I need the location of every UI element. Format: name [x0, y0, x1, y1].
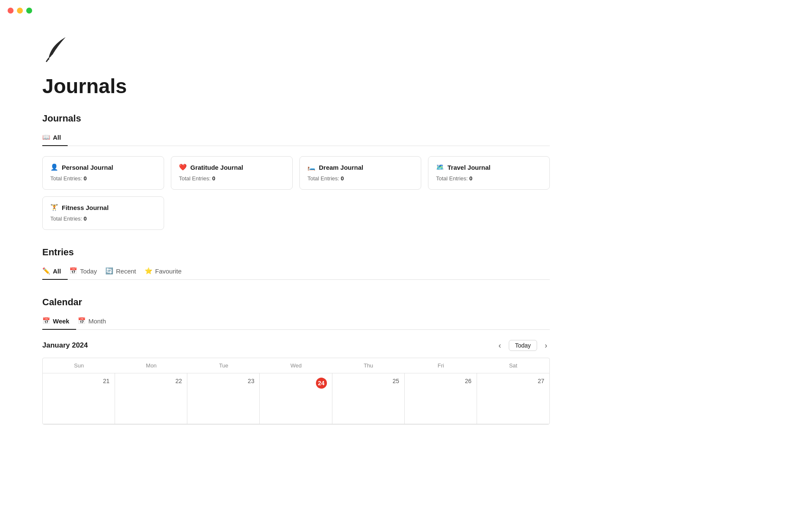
- main-content: Journals Journals 📖 All 👤 Personal Journ…: [0, 0, 592, 450]
- journal-card-dream-meta: Total Entries: 0: [307, 175, 413, 182]
- day-header-mon: Mon: [115, 358, 187, 373]
- fitness-icon: 🏋️: [50, 204, 58, 211]
- journal-card-personal-title: 👤 Personal Journal: [50, 163, 156, 171]
- journals-grid-row2: 🏋️ Fitness Journal Total Entries: 0: [42, 196, 550, 230]
- calendar-month-label: January 2024: [42, 341, 88, 350]
- journal-card-gratitude-meta: Total Entries: 0: [179, 175, 285, 182]
- maximize-button[interactable]: [26, 8, 32, 14]
- entries-tab-today-label: Today: [80, 268, 97, 275]
- journal-card-fitness-meta: Total Entries: 0: [50, 215, 156, 222]
- calendar-cell-26[interactable]: 26: [405, 373, 477, 424]
- journals-tab-all[interactable]: 📖 All: [42, 130, 68, 146]
- calendar-cells: 21 22 23 24 25 26 27: [43, 373, 549, 424]
- calendar-month-icon: 📅: [78, 317, 86, 325]
- journals-tabs: 📖 All: [42, 130, 550, 146]
- journals-heading: Journals: [42, 113, 550, 124]
- close-button[interactable]: [8, 8, 14, 14]
- journal-card-fitness-title: 🏋️ Fitness Journal: [50, 204, 156, 211]
- calendar-cell-22[interactable]: 22: [115, 373, 187, 424]
- calendar-tab-month[interactable]: 📅 Month: [76, 314, 113, 330]
- entries-tab-all[interactable]: ✏️ All: [42, 264, 68, 280]
- calendar-week-icon: 📅: [42, 317, 50, 325]
- calendar-tab-week-label: Week: [53, 318, 69, 325]
- entries-tab-all-label: All: [53, 268, 61, 275]
- day-header-fri: Fri: [405, 358, 477, 373]
- journal-card-travel[interactable]: 🗺️ Travel Journal Total Entries: 0: [428, 156, 550, 190]
- journals-tab-all-label: All: [53, 134, 61, 141]
- day-header-thu: Thu: [332, 358, 405, 373]
- calendar-nav: ‹ Today ›: [496, 340, 550, 351]
- cell-23-number: 23: [192, 378, 254, 384]
- person-icon: 👤: [50, 163, 58, 171]
- journal-card-gratitude-title: ❤️ Gratitude Journal: [179, 163, 285, 171]
- entries-tab-today[interactable]: 📅 Today: [68, 264, 104, 280]
- entries-tabs: ✏️ All 📅 Today 🔄 Recent ⭐ Favourite: [42, 264, 550, 280]
- day-header-sat: Sat: [477, 358, 549, 373]
- heart-icon: ❤️: [179, 163, 187, 171]
- entries-tab-recent[interactable]: 🔄 Recent: [104, 264, 143, 280]
- cell-22-number: 22: [120, 378, 182, 384]
- calendar-section: Calendar 📅 Week 📅 Month January 2024 ‹ T…: [42, 297, 550, 425]
- journal-card-fitness[interactable]: 🏋️ Fitness Journal Total Entries: 0: [42, 196, 164, 230]
- cell-21-number: 21: [48, 378, 110, 384]
- calendar-heading: Calendar: [42, 297, 550, 308]
- star-icon: ⭐: [145, 267, 153, 275]
- svg-line-0: [47, 58, 49, 61]
- minimize-button[interactable]: [17, 8, 23, 14]
- page-title: Journals: [42, 75, 550, 98]
- day-header-wed: Wed: [260, 358, 332, 373]
- calendar-today-button[interactable]: Today: [509, 340, 537, 351]
- travel-icon: 🗺️: [436, 163, 444, 171]
- calendar-next-button[interactable]: ›: [542, 340, 550, 351]
- pen-icon: ✏️: [42, 267, 50, 275]
- calendar-icon: 📅: [69, 267, 77, 275]
- journal-card-travel-title: 🗺️ Travel Journal: [436, 163, 542, 171]
- book-icon: 📖: [42, 133, 50, 141]
- cell-27-number: 27: [482, 378, 544, 384]
- entries-tab-recent-label: Recent: [116, 268, 136, 275]
- journal-card-dream[interactable]: 🛏️ Dream Journal Total Entries: 0: [299, 156, 421, 190]
- journal-card-gratitude[interactable]: ❤️ Gratitude Journal Total Entries: 0: [171, 156, 293, 190]
- journal-card-personal-meta: Total Entries: 0: [50, 175, 156, 182]
- bed-icon: 🛏️: [307, 163, 315, 171]
- entries-section: Entries ✏️ All 📅 Today 🔄 Recent ⭐ Favour…: [42, 247, 550, 280]
- calendar-tabs: 📅 Week 📅 Month: [42, 314, 550, 330]
- traffic-lights: [8, 8, 32, 14]
- journal-card-travel-meta: Total Entries: 0: [436, 175, 542, 182]
- calendar-cell-23[interactable]: 23: [187, 373, 260, 424]
- cell-25-number: 25: [337, 378, 399, 384]
- calendar-cell-25[interactable]: 25: [332, 373, 405, 424]
- day-header-sun: Sun: [43, 358, 115, 373]
- calendar-header: January 2024 ‹ Today ›: [42, 340, 550, 351]
- entries-tab-favourite[interactable]: ⭐ Favourite: [143, 264, 189, 280]
- calendar-days-header: Sun Mon Tue Wed Thu Fri Sat: [43, 358, 549, 373]
- calendar-tab-month-label: Month: [88, 318, 106, 325]
- cell-26-number: 26: [410, 378, 472, 384]
- calendar-grid: Sun Mon Tue Wed Thu Fri Sat 21 22 23: [42, 358, 550, 425]
- page-icon: [42, 34, 550, 68]
- calendar-cell-27[interactable]: 27: [477, 373, 549, 424]
- journals-grid-row1: 👤 Personal Journal Total Entries: 0 ❤️ G…: [42, 156, 550, 190]
- calendar-tab-week[interactable]: 📅 Week: [42, 314, 76, 330]
- calendar-cell-24[interactable]: 24: [260, 373, 332, 424]
- journal-card-dream-title: 🛏️ Dream Journal: [307, 163, 413, 171]
- cell-24-number: 24: [316, 378, 327, 389]
- journal-card-personal[interactable]: 👤 Personal Journal Total Entries: 0: [42, 156, 164, 190]
- calendar-prev-button[interactable]: ‹: [496, 340, 504, 351]
- calendar-cell-21[interactable]: 21: [43, 373, 115, 424]
- journals-section: Journals 📖 All 👤 Personal Journal Total …: [42, 113, 550, 230]
- recent-icon: 🔄: [105, 267, 113, 275]
- entries-tab-favourite-label: Favourite: [155, 268, 182, 275]
- day-header-tue: Tue: [187, 358, 260, 373]
- entries-heading: Entries: [42, 247, 550, 258]
